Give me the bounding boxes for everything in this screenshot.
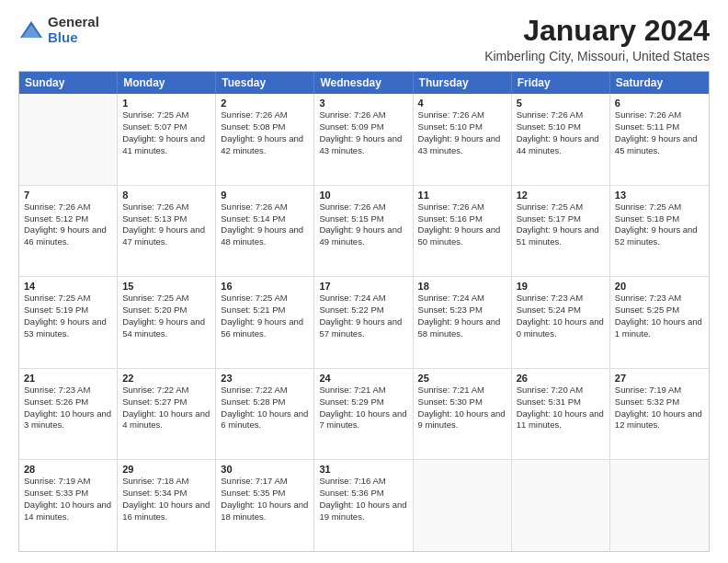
calendar-cell: 12Sunrise: 7:25 AM Sunset: 5:17 PM Dayli… [512,186,610,277]
day-number: 4 [418,98,506,109]
day-number: 7 [24,190,112,201]
day-number: 10 [319,190,407,201]
day-number: 2 [221,98,309,109]
day-info: Sunrise: 7:16 AM Sunset: 5:36 PM Dayligh… [319,476,407,523]
day-info: Sunrise: 7:22 AM Sunset: 5:28 PM Dayligh… [221,385,309,431]
day-info: Sunrise: 7:26 AM Sunset: 5:14 PM Dayligh… [221,201,309,248]
calendar-cell: 6Sunrise: 7:26 AM Sunset: 5:11 PM Daylig… [610,94,709,185]
header-day-tuesday: Tuesday [216,72,314,94]
calendar-row-1: 7Sunrise: 7:26 AM Sunset: 5:12 PM Daylig… [19,185,709,277]
calendar-cell: 31Sunrise: 7:16 AM Sunset: 5:36 PM Dayli… [314,460,413,551]
calendar-cell: 10Sunrise: 7:26 AM Sunset: 5:15 PM Dayli… [314,186,413,277]
day-info: Sunrise: 7:26 AM Sunset: 5:08 PM Dayligh… [221,109,309,156]
calendar-row-0: 1Sunrise: 7:25 AM Sunset: 5:07 PM Daylig… [19,94,709,185]
calendar-cell: 14Sunrise: 7:25 AM Sunset: 5:19 PM Dayli… [19,277,118,368]
day-info: Sunrise: 7:25 AM Sunset: 5:18 PM Dayligh… [615,201,704,248]
day-info: Sunrise: 7:24 AM Sunset: 5:22 PM Dayligh… [319,293,407,339]
day-number: 16 [221,281,309,292]
header-day-saturday: Saturday [610,72,709,94]
day-number: 3 [319,98,407,109]
day-number: 18 [418,281,506,292]
calendar-cell: 23Sunrise: 7:22 AM Sunset: 5:28 PM Dayli… [216,369,314,460]
day-info: Sunrise: 7:25 AM Sunset: 5:21 PM Dayligh… [221,293,309,339]
day-number: 26 [517,373,605,384]
calendar-row-2: 14Sunrise: 7:25 AM Sunset: 5:19 PM Dayli… [19,276,709,368]
day-info: Sunrise: 7:25 AM Sunset: 5:20 PM Dayligh… [122,293,210,339]
day-info: Sunrise: 7:25 AM Sunset: 5:07 PM Dayligh… [122,109,210,156]
day-info: Sunrise: 7:19 AM Sunset: 5:33 PM Dayligh… [24,476,112,523]
day-number: 20 [615,281,704,292]
calendar-cell: 25Sunrise: 7:21 AM Sunset: 5:30 PM Dayli… [414,369,512,460]
main-title: January 2024 [484,15,710,47]
day-number: 8 [122,190,210,201]
calendar-cell: 7Sunrise: 7:26 AM Sunset: 5:12 PM Daylig… [19,186,118,277]
day-number: 15 [122,281,210,292]
calendar-cell: 20Sunrise: 7:23 AM Sunset: 5:25 PM Dayli… [610,277,709,368]
calendar-cell: 21Sunrise: 7:23 AM Sunset: 5:26 PM Dayli… [19,369,118,460]
day-number: 11 [418,190,506,201]
calendar-cell [414,460,512,551]
day-number: 6 [615,98,704,109]
day-number: 17 [319,281,407,292]
calendar-row-3: 21Sunrise: 7:23 AM Sunset: 5:26 PM Dayli… [19,368,709,460]
day-number: 31 [319,464,407,475]
calendar-body: 1Sunrise: 7:25 AM Sunset: 5:07 PM Daylig… [19,94,709,551]
calendar-cell [610,460,709,551]
day-info: Sunrise: 7:26 AM Sunset: 5:12 PM Dayligh… [24,201,112,248]
day-info: Sunrise: 7:23 AM Sunset: 5:26 PM Dayligh… [24,385,112,431]
day-number: 21 [24,373,112,384]
title-block: January 2024 Kimberling City, Missouri, … [484,15,710,63]
calendar-cell: 24Sunrise: 7:21 AM Sunset: 5:29 PM Dayli… [314,369,413,460]
calendar-cell: 15Sunrise: 7:25 AM Sunset: 5:20 PM Dayli… [118,277,216,368]
calendar-cell: 30Sunrise: 7:17 AM Sunset: 5:35 PM Dayli… [216,460,314,551]
day-info: Sunrise: 7:23 AM Sunset: 5:25 PM Dayligh… [615,293,704,339]
calendar-cell: 19Sunrise: 7:23 AM Sunset: 5:24 PM Dayli… [512,277,610,368]
header-day-wednesday: Wednesday [314,72,413,94]
day-number: 9 [221,190,309,201]
day-info: Sunrise: 7:25 AM Sunset: 5:17 PM Dayligh… [517,201,605,248]
day-info: Sunrise: 7:26 AM Sunset: 5:11 PM Dayligh… [615,109,704,156]
calendar-cell [512,460,610,551]
day-info: Sunrise: 7:18 AM Sunset: 5:34 PM Dayligh… [122,476,210,523]
calendar-cell: 5Sunrise: 7:26 AM Sunset: 5:10 PM Daylig… [512,94,610,185]
logo: General Blue [18,15,99,45]
day-info: Sunrise: 7:21 AM Sunset: 5:29 PM Dayligh… [319,385,407,431]
header: General Blue January 2024 Kimberling Cit… [18,15,710,63]
calendar-cell: 11Sunrise: 7:26 AM Sunset: 5:16 PM Dayli… [414,186,512,277]
calendar-cell: 29Sunrise: 7:18 AM Sunset: 5:34 PM Dayli… [118,460,216,551]
day-info: Sunrise: 7:26 AM Sunset: 5:10 PM Dayligh… [418,109,506,156]
day-info: Sunrise: 7:19 AM Sunset: 5:32 PM Dayligh… [615,385,704,431]
calendar-cell: 9Sunrise: 7:26 AM Sunset: 5:14 PM Daylig… [216,186,314,277]
day-info: Sunrise: 7:23 AM Sunset: 5:24 PM Dayligh… [517,293,605,339]
day-number: 13 [615,190,704,201]
day-number: 30 [221,464,309,475]
calendar-cell [19,94,118,185]
logo-icon [18,17,44,43]
header-day-sunday: Sunday [19,72,118,94]
day-number: 1 [122,98,210,109]
calendar-cell: 22Sunrise: 7:22 AM Sunset: 5:27 PM Dayli… [118,369,216,460]
header-day-friday: Friday [512,72,610,94]
calendar-cell: 16Sunrise: 7:25 AM Sunset: 5:21 PM Dayli… [216,277,314,368]
day-number: 14 [24,281,112,292]
calendar-cell: 26Sunrise: 7:20 AM Sunset: 5:31 PM Dayli… [512,369,610,460]
day-info: Sunrise: 7:26 AM Sunset: 5:09 PM Dayligh… [319,109,407,156]
day-info: Sunrise: 7:26 AM Sunset: 5:15 PM Dayligh… [319,201,407,248]
calendar-cell: 28Sunrise: 7:19 AM Sunset: 5:33 PM Dayli… [19,460,118,551]
calendar: SundayMondayTuesdayWednesdayThursdayFrid… [18,71,710,552]
day-number: 19 [517,281,605,292]
day-number: 5 [517,98,605,109]
header-day-thursday: Thursday [414,72,512,94]
calendar-cell: 1Sunrise: 7:25 AM Sunset: 5:07 PM Daylig… [118,94,216,185]
day-info: Sunrise: 7:25 AM Sunset: 5:19 PM Dayligh… [24,293,112,339]
calendar-header: SundayMondayTuesdayWednesdayThursdayFrid… [19,72,709,94]
calendar-cell: 2Sunrise: 7:26 AM Sunset: 5:08 PM Daylig… [216,94,314,185]
day-info: Sunrise: 7:26 AM Sunset: 5:16 PM Dayligh… [418,201,506,248]
calendar-row-4: 28Sunrise: 7:19 AM Sunset: 5:33 PM Dayli… [19,459,709,551]
header-day-monday: Monday [118,72,216,94]
day-info: Sunrise: 7:22 AM Sunset: 5:27 PM Dayligh… [122,385,210,431]
calendar-cell: 3Sunrise: 7:26 AM Sunset: 5:09 PM Daylig… [314,94,413,185]
day-info: Sunrise: 7:26 AM Sunset: 5:13 PM Dayligh… [122,201,210,248]
day-info: Sunrise: 7:24 AM Sunset: 5:23 PM Dayligh… [418,293,506,339]
day-info: Sunrise: 7:17 AM Sunset: 5:35 PM Dayligh… [221,476,309,523]
